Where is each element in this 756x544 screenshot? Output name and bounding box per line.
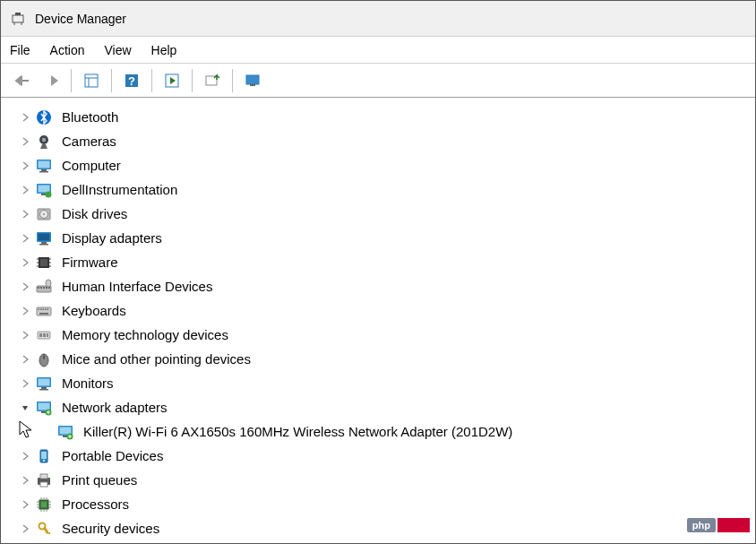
devices-button[interactable] xyxy=(240,68,265,93)
chip-green-icon xyxy=(35,181,53,199)
svg-rect-24 xyxy=(39,185,50,192)
svg-rect-59 xyxy=(47,333,48,337)
tree-item-label: Network adapters xyxy=(62,400,168,415)
tree-item[interactable]: DellInstrumentation xyxy=(19,177,755,202)
svg-rect-1 xyxy=(15,13,21,15)
chevron-right-icon[interactable] xyxy=(19,184,31,196)
security-icon xyxy=(35,520,53,538)
chevron-right-icon[interactable] xyxy=(19,474,31,487)
chevron-right-icon[interactable] xyxy=(19,305,31,317)
chevron-right-icon[interactable] xyxy=(19,256,31,269)
tree-item-label: Human Interface Devices xyxy=(62,279,212,294)
svg-rect-0 xyxy=(13,15,23,22)
tree-item[interactable]: Human Interface Devices xyxy=(19,274,755,298)
help-button[interactable]: ? xyxy=(119,68,144,93)
tree-item[interactable]: Keyboards xyxy=(19,298,755,323)
portable-icon xyxy=(35,447,53,465)
chevron-right-icon[interactable] xyxy=(19,281,31,293)
svg-rect-51 xyxy=(40,308,42,310)
svg-rect-72 xyxy=(60,427,72,434)
tree-item[interactable]: Print queues xyxy=(19,468,755,492)
tree-item[interactable]: Portable Devices xyxy=(19,444,755,468)
mouse-icon xyxy=(35,350,53,368)
scan-button[interactable] xyxy=(159,68,185,93)
tree-item[interactable]: Disk drives xyxy=(19,202,755,226)
forward-button[interactable] xyxy=(39,68,64,93)
properties-button[interactable] xyxy=(79,68,104,93)
svg-rect-44 xyxy=(40,287,42,289)
svg-text:?: ? xyxy=(128,74,135,88)
device-tree[interactable]: BluetoothCamerasComputerDellInstrumentat… xyxy=(1,98,755,543)
chevron-right-icon[interactable] xyxy=(19,135,31,148)
tree-child-label: Killer(R) Wi-Fi 6 AX1650s 160MHz Wireles… xyxy=(83,424,512,439)
tree-item[interactable]: Bluetooth xyxy=(19,105,755,129)
svg-rect-79 xyxy=(40,474,47,479)
toolbar-separator xyxy=(232,69,233,92)
memory-icon xyxy=(35,326,53,344)
tree-item[interactable]: Monitors xyxy=(19,371,755,395)
svg-rect-64 xyxy=(39,378,50,385)
bluetooth-icon xyxy=(35,108,53,126)
tree-item[interactable]: Mice and other pointing devices xyxy=(19,347,755,371)
printer-icon xyxy=(35,471,53,489)
chevron-right-icon[interactable] xyxy=(19,450,31,462)
svg-rect-57 xyxy=(39,333,42,337)
chevron-right-icon[interactable] xyxy=(19,498,31,511)
toolbar: ? xyxy=(1,64,755,98)
hid-icon xyxy=(35,278,53,296)
toolbar-separator xyxy=(71,69,72,92)
tree-item[interactable]: Computer xyxy=(19,153,755,177)
menu-file[interactable]: File xyxy=(10,43,30,57)
disk-icon xyxy=(35,205,53,223)
svg-rect-83 xyxy=(41,502,47,507)
svg-rect-35 xyxy=(40,259,47,266)
svg-rect-55 xyxy=(39,313,48,315)
tree-item-label: Computer xyxy=(62,158,121,173)
tree-item-label: Security devices xyxy=(62,521,159,536)
camera-icon xyxy=(35,133,53,151)
tree-item-label: Print queues xyxy=(62,472,137,488)
chevron-right-icon[interactable] xyxy=(19,522,31,535)
chevron-right-icon[interactable] xyxy=(19,111,31,124)
update-driver-button[interactable] xyxy=(200,68,225,93)
tree-item[interactable]: Cameras xyxy=(19,129,755,153)
menu-action[interactable]: Action xyxy=(50,43,85,57)
display-icon xyxy=(35,229,53,247)
tree-item[interactable]: Processors xyxy=(19,492,755,516)
toolbar-separator xyxy=(151,69,152,92)
network-icon xyxy=(35,399,53,417)
menu-view[interactable]: View xyxy=(104,43,131,57)
tree-item[interactable]: Memory technology devices xyxy=(19,323,755,347)
toolbar-separator xyxy=(111,69,112,92)
svg-point-26 xyxy=(46,191,52,197)
svg-point-18 xyxy=(42,137,46,141)
svg-rect-15 xyxy=(250,84,255,86)
svg-rect-22 xyxy=(39,171,48,173)
back-button[interactable] xyxy=(10,68,35,93)
tree-child-item[interactable]: Killer(R) Wi-Fi 6 AX1650s 160MHz Wireles… xyxy=(19,419,755,444)
tree-item-label: Memory technology devices xyxy=(62,327,228,342)
svg-rect-66 xyxy=(39,389,48,391)
menu-help[interactable]: Help xyxy=(151,43,177,57)
watermark: php xyxy=(687,518,750,532)
tree-item[interactable]: Display adapters xyxy=(19,226,755,250)
chevron-right-icon[interactable] xyxy=(19,160,31,172)
window-title: Device Manager xyxy=(35,12,126,26)
svg-rect-14 xyxy=(246,75,259,84)
chevron-right-icon[interactable] xyxy=(19,232,31,245)
chevron-down-icon[interactable] xyxy=(19,402,31,414)
svg-rect-43 xyxy=(38,287,39,289)
svg-rect-65 xyxy=(41,387,47,389)
tree-item[interactable]: Firmware xyxy=(19,250,755,274)
chevron-right-icon[interactable] xyxy=(19,353,31,366)
tree-item[interactable]: Security devices xyxy=(19,516,755,540)
svg-rect-33 xyxy=(39,244,48,246)
tree-item-label: Cameras xyxy=(62,134,116,149)
chevron-right-icon[interactable] xyxy=(19,329,31,341)
tree-item-label: Mice and other pointing devices xyxy=(62,351,251,367)
firmware-icon xyxy=(35,254,53,272)
svg-rect-53 xyxy=(45,308,47,310)
chevron-right-icon[interactable] xyxy=(19,208,31,220)
chevron-right-icon[interactable] xyxy=(19,377,31,390)
tree-item[interactable]: Network adapters xyxy=(19,395,755,419)
